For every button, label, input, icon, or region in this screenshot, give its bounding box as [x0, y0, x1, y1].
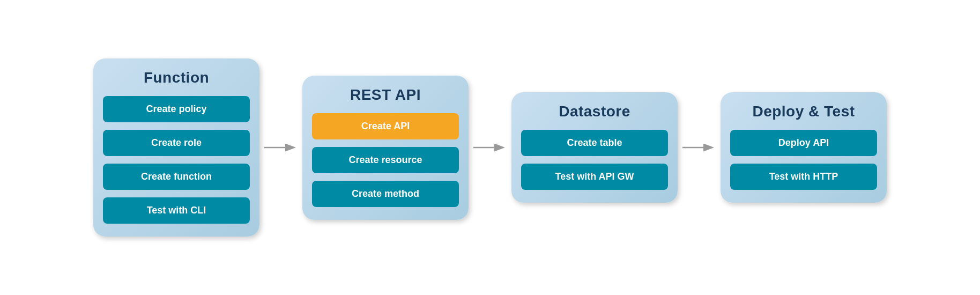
btn-create-api[interactable]: Create API	[312, 113, 459, 139]
btn-test-http[interactable]: Test with HTTP	[730, 164, 877, 190]
panel-title-datastore: Datastore	[559, 103, 630, 120]
diagram: FunctionCreate policyCreate roleCreate f…	[72, 48, 908, 247]
panel-rest-api: REST APICreate APICreate resourceCreate …	[302, 76, 469, 220]
arrow-3	[678, 137, 721, 158]
panel-function: FunctionCreate policyCreate roleCreate f…	[93, 58, 259, 237]
btn-deploy-api[interactable]: Deploy API	[730, 130, 877, 156]
btn-test-api-gw[interactable]: Test with API GW	[521, 164, 668, 190]
panel-title-deploy-test: Deploy & Test	[752, 103, 855, 120]
btn-create-resource[interactable]: Create resource	[312, 147, 459, 173]
btn-create-function[interactable]: Create function	[103, 164, 250, 190]
panel-deploy-test: Deploy & TestDeploy APITest with HTTP	[721, 92, 887, 203]
btn-create-method[interactable]: Create method	[312, 181, 459, 207]
panel-datastore: DatastoreCreate tableTest with API GW	[511, 92, 678, 203]
arrow-1	[259, 137, 302, 158]
btn-test-cli[interactable]: Test with CLI	[103, 197, 250, 224]
btn-create-table[interactable]: Create table	[521, 130, 668, 156]
panel-title-rest-api: REST API	[350, 86, 421, 104]
btn-create-role[interactable]: Create role	[103, 130, 250, 156]
panel-title-function: Function	[144, 69, 209, 86]
btn-create-policy[interactable]: Create policy	[103, 96, 250, 122]
arrow-2	[469, 137, 511, 158]
